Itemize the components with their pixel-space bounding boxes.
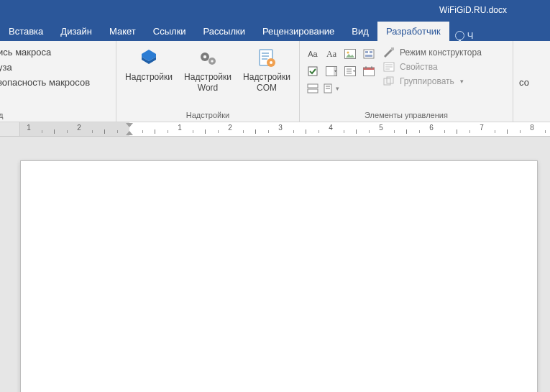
addins-button[interactable]: Надстройки (121, 43, 177, 83)
com-addins-label: Надстройки COM (239, 72, 295, 94)
tab-mailings[interactable]: Рассылки (195, 22, 254, 41)
com-addins-icon (255, 46, 279, 70)
svg-point-8 (347, 52, 349, 54)
svg-rect-13 (308, 67, 317, 76)
vertical-ruler[interactable] (0, 137, 20, 392)
group-controls-label: Элементы управления (304, 109, 508, 122)
svg-rect-12 (365, 55, 372, 57)
svg-rect-22 (308, 89, 318, 93)
group-addins-label: Надстройки (121, 109, 295, 122)
tab-review[interactable]: Рецензирование (254, 22, 343, 41)
svg-rect-11 (370, 51, 372, 53)
picture-control-button[interactable] (342, 46, 359, 62)
tab-view[interactable]: Вид (343, 22, 377, 41)
richtext-control-button[interactable]: Aa (304, 46, 321, 62)
properties-label: Свойства (400, 62, 438, 72)
svg-rect-9 (364, 50, 374, 58)
document-title: WiFiGiD.RU.docx (439, 5, 507, 15)
truncated-label: со (519, 77, 529, 88)
tab-layout[interactable]: Макет (101, 22, 145, 41)
plaintext-control-button[interactable]: Aa (323, 46, 340, 62)
svg-rect-20 (371, 67, 372, 69)
combobox-control-button[interactable] (323, 63, 340, 79)
svg-rect-10 (365, 51, 368, 53)
gears-icon (196, 46, 220, 70)
svg-rect-18 (364, 68, 375, 70)
word-addins-button[interactable]: Надстройки Word (180, 43, 236, 94)
group-control-label: Группировать (400, 76, 454, 86)
svg-rect-24 (326, 86, 330, 87)
record-macro-button[interactable]: пись макроса (0, 47, 111, 58)
group-controls: Aa Aa ▾ Режим (300, 41, 513, 122)
svg-point-3 (211, 60, 214, 63)
design-mode-label: Режим конструктора (400, 47, 482, 58)
group-icon (382, 76, 395, 87)
datepicker-control-button[interactable] (360, 63, 377, 79)
group-truncated: со (513, 41, 535, 122)
svg-rect-25 (326, 88, 330, 89)
svg-rect-21 (308, 84, 318, 88)
tell-me[interactable]: Ч (449, 30, 480, 41)
repeating-control-button[interactable] (304, 81, 321, 96)
legacy-tools-button[interactable]: ▾ (323, 81, 340, 96)
titlebar: WiFiGiD.RU.docx (0, 0, 550, 19)
properties-button[interactable]: Свойства (382, 61, 508, 73)
tab-developer[interactable]: Разработчик (377, 22, 449, 41)
properties-icon (382, 61, 395, 73)
svg-point-6 (270, 61, 272, 64)
tab-design[interactable]: Дизайн (52, 22, 101, 41)
design-mode-button[interactable]: Режим конструктора (382, 47, 508, 58)
word-addins-label: Надстройки Word (180, 72, 236, 94)
group-control-button[interactable]: Группировать ▾ (382, 76, 508, 87)
chevron-down-icon: ▾ (336, 85, 339, 92)
group-macros-label: д (0, 109, 111, 122)
pause-macro-button[interactable]: ауза (0, 62, 111, 73)
dropdown-control-button[interactable] (342, 63, 359, 79)
ribbon-tabs: Вставка Дизайн Макет Ссылки Рассылки Рец… (0, 19, 550, 41)
tell-me-label: Ч (467, 30, 474, 41)
chevron-down-icon: ▾ (460, 78, 464, 85)
macro-security-button[interactable]: езопасность макросов (0, 77, 111, 88)
svg-rect-26 (391, 47, 394, 50)
ribbon: пись макроса ауза езопасность макросов д… (0, 41, 550, 122)
svg-point-1 (203, 55, 206, 58)
group-macros: пись макроса ауза езопасность макросов д (0, 41, 116, 122)
tab-references[interactable]: Ссылки (145, 22, 195, 41)
addins-label: Надстройки (125, 72, 173, 83)
horizontal-ruler[interactable]: 2112345678 (0, 122, 550, 137)
com-addins-button[interactable]: Надстройки COM (239, 43, 295, 94)
document-page[interactable] (20, 160, 538, 392)
checkbox-control-button[interactable] (304, 63, 321, 79)
group-addins: Надстройки Надстройки Word Надстройки CO… (116, 41, 300, 122)
ruler-corner (0, 122, 20, 136)
addins-icon (137, 46, 161, 70)
workspace: Вписываем любое описания (0, 137, 550, 392)
controls-gallery: Aa Aa ▾ (304, 43, 380, 96)
design-mode-icon (382, 47, 395, 58)
ruler-scale: 2112345678 (20, 122, 550, 136)
lightbulb-icon (455, 31, 464, 40)
svg-rect-19 (365, 67, 367, 69)
buildingblock-control-button[interactable] (360, 46, 377, 62)
tab-insert[interactable]: Вставка (0, 22, 52, 41)
